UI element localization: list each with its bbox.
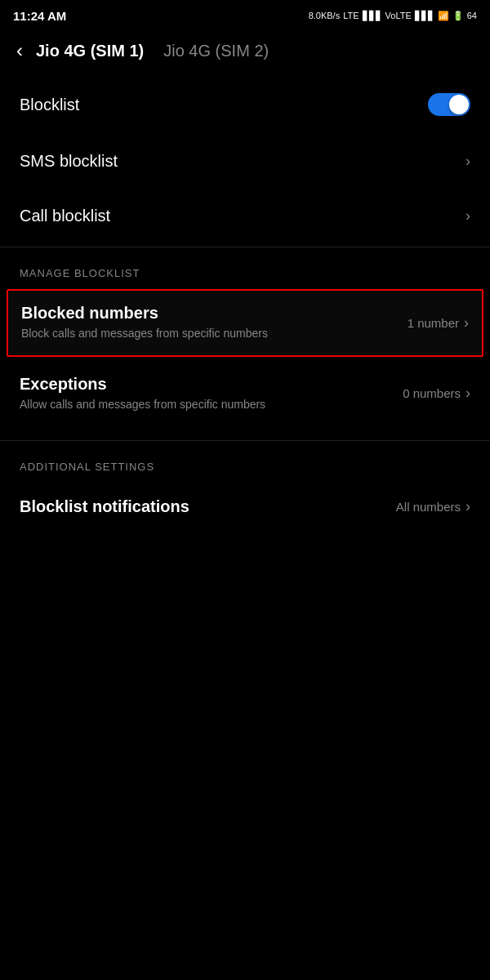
status-bar: 11:24 AM 8.0KB/s LTE ▋▋▋ VoLTE ▋▋▋ 📶 🔋 6… <box>0 0 490 29</box>
exceptions-text-group: Exceptions Allow calls and messages from… <box>20 375 403 413</box>
battery-level: 64 <box>467 11 477 20</box>
divider-1 <box>0 247 490 247</box>
blocklist-toggle[interactable] <box>428 93 470 116</box>
call-blocklist-label: Call blocklist <box>20 207 110 225</box>
exceptions-row[interactable]: Exceptions Allow calls and messages from… <box>0 360 490 428</box>
sms-blocklist-row[interactable]: SMS blocklist › <box>0 134 490 189</box>
additional-settings-section-label: ADDITIONAL SETTINGS <box>0 444 490 479</box>
lte-icon-2: VoLTE <box>385 11 412 20</box>
tab-sim2[interactable]: Jio 4G (SIM 2) <box>163 42 269 60</box>
blocklist-toggle-container[interactable] <box>428 93 470 116</box>
blocked-numbers-value-container: 1 number › <box>408 314 469 332</box>
exceptions-chevron: › <box>466 385 470 402</box>
blocked-numbers-chevron: › <box>464 314 469 332</box>
network-speed: 8.0KB/s <box>309 11 341 20</box>
blocklist-notifications-row[interactable]: Blocklist notifications All numbers › <box>0 479 490 534</box>
blocklist-notifications-label: Blocklist notifications <box>20 497 189 516</box>
header-tabs: Jio 4G (SIM 1) Jio 4G (SIM 2) <box>36 42 474 60</box>
blocked-numbers-title: Blocked numbers <box>21 304 398 323</box>
manage-blocklist-section-label: MANAGE BLOCKLIST <box>0 251 490 286</box>
battery-icon: 🔋 <box>452 11 464 21</box>
blocked-numbers-subtitle: Block calls and messages from specific n… <box>21 326 398 342</box>
divider-2 <box>0 440 490 441</box>
status-icons: 8.0KB/s LTE ▋▋▋ VoLTE ▋▋▋ 📶 🔋 64 <box>309 11 477 21</box>
blocklist-notifications-value: All numbers <box>396 500 461 514</box>
blocklist-label: Blocklist <box>20 96 79 114</box>
toggle-knob <box>449 95 469 114</box>
page-header: ‹ Jio 4G (SIM 1) Jio 4G (SIM 2) <box>0 29 490 75</box>
tab-sim1[interactable]: Jio 4G (SIM 1) <box>36 42 144 60</box>
call-blocklist-row[interactable]: Call blocklist › <box>0 189 490 243</box>
blocklist-toggle-row[interactable]: Blocklist <box>0 75 490 134</box>
status-time: 11:24 AM <box>13 9 66 23</box>
exceptions-value-container: 0 numbers › <box>403 385 470 402</box>
call-blocklist-chevron: › <box>466 207 470 225</box>
sms-blocklist-chevron: › <box>466 153 470 170</box>
wifi-icon: 📶 <box>438 11 449 21</box>
exceptions-count: 0 numbers <box>403 386 461 400</box>
lte-icon: LTE <box>343 11 359 20</box>
back-button[interactable]: ‹ <box>16 39 23 62</box>
blocked-numbers-row[interactable]: Blocked numbers Block calls and messages… <box>7 289 483 357</box>
exceptions-subtitle: Allow calls and messages from specific n… <box>20 397 393 413</box>
main-content: Blocklist SMS blocklist › Call blocklist… <box>0 75 490 534</box>
blocklist-notifications-chevron: › <box>466 498 470 515</box>
sms-blocklist-label: SMS blocklist <box>20 152 118 171</box>
blocked-numbers-text-group: Blocked numbers Block calls and messages… <box>21 304 408 342</box>
signal-bars-2: ▋▋▋ <box>415 11 434 21</box>
blocklist-notifications-value-container: All numbers › <box>396 498 470 515</box>
blocked-numbers-count: 1 number <box>408 316 459 330</box>
signal-bars-1: ▋▋▋ <box>363 11 382 21</box>
exceptions-title: Exceptions <box>20 375 393 394</box>
